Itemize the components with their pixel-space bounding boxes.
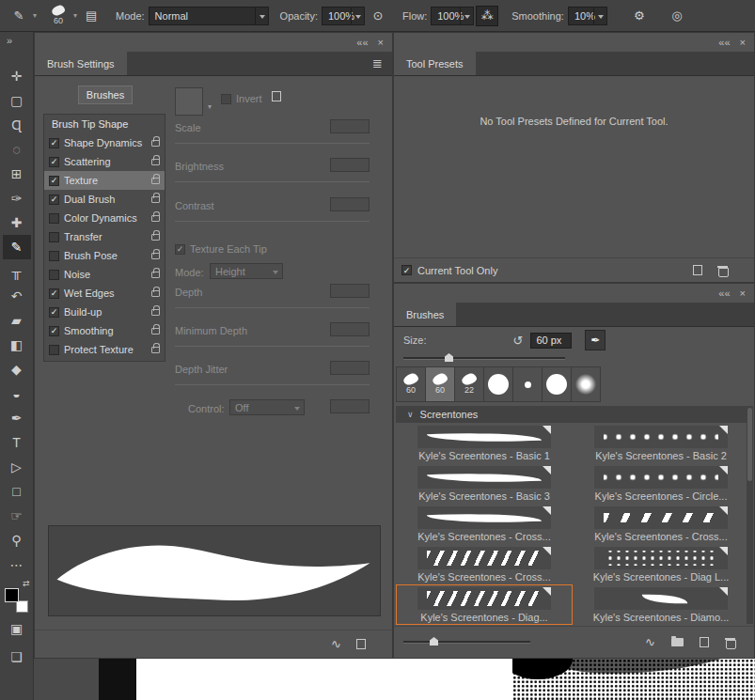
clone-stamp-tool[interactable]: ╥ [3, 259, 31, 284]
toggle-brush-settings-button[interactable]: ▤ [80, 6, 102, 26]
smoothing-options-button[interactable]: ⚙ [628, 6, 651, 26]
brush-preset[interactable]: Kyle's Screentones - Cross... [573, 504, 749, 544]
canvas-area[interactable] [34, 659, 755, 700]
tab-brush-settings[interactable]: Brush Settings [35, 52, 127, 75]
pressure-size-button[interactable]: ◎ [666, 6, 688, 26]
pen-tool[interactable]: ✒ [3, 406, 31, 430]
trash-icon[interactable] [725, 637, 735, 648]
depth-slider[interactable] [175, 307, 370, 308]
lasso-tool[interactable]: Ɋ [3, 113, 31, 137]
brush-group-screentones[interactable]: ∨ Screentones [396, 406, 749, 423]
tab-brushes[interactable]: Brushes [394, 303, 456, 326]
history-brush-tool[interactable]: ↶ [3, 284, 31, 308]
depth-jitter-slider[interactable] [175, 384, 370, 385]
eraser-tool[interactable]: ▰ [3, 308, 31, 333]
collapse-panel-icon[interactable]: «« [718, 288, 730, 299]
brightness-input[interactable] [330, 158, 370, 172]
texture-swatch[interactable] [175, 87, 203, 116]
lock-icon[interactable] [151, 347, 160, 353]
lock-icon[interactable] [151, 178, 160, 184]
brush-preset[interactable]: Kyle's Screentones - Circle... [573, 463, 749, 504]
rectangle-tool[interactable]: □ [3, 479, 31, 504]
brush-setting-smoothing[interactable]: Smoothing [44, 321, 165, 340]
scattering-checkbox[interactable] [49, 157, 59, 167]
texture-mode-dropdown[interactable]: Height [210, 263, 283, 279]
texture-each-tip-option[interactable]: Texture Each Tip [175, 243, 267, 255]
brush-tip-thumbnail[interactable]: 60 [396, 366, 426, 402]
brush-preset[interactable]: Kyle's Screentones - Diag... [396, 584, 573, 625]
brush-tip-thumbnail[interactable] [542, 366, 572, 402]
contrast-slider[interactable] [175, 221, 370, 222]
lock-icon[interactable] [151, 272, 160, 278]
shape-dynamics-checkbox[interactable] [49, 138, 59, 148]
scrollbar-thumb[interactable] [747, 408, 752, 481]
collapse-panel-icon[interactable]: «« [356, 37, 368, 48]
brush-tip-thumbnail[interactable]: 60 [425, 366, 455, 402]
brush-pose-checkbox[interactable] [49, 251, 59, 261]
healing-brush-tool[interactable]: ✚ [3, 210, 31, 235]
size-input[interactable]: 60 px [530, 333, 572, 349]
tab-tool-presets[interactable]: Tool Presets [394, 52, 476, 75]
lock-icon[interactable] [151, 253, 160, 259]
brush-preset[interactable]: Kyle's Screentones - Diamo... [573, 584, 749, 625]
lock-icon[interactable] [151, 234, 160, 241]
brush-setting-color-dynamics[interactable]: Color Dynamics [44, 209, 165, 227]
new-preset-icon[interactable] [693, 265, 702, 275]
preview-size-slider[interactable] [403, 641, 530, 644]
brush-preset[interactable]: Kyle's Screentones - Diag L... [573, 544, 749, 584]
smoothing-dropdown[interactable]: 10% [568, 7, 607, 25]
transfer-checkbox[interactable] [49, 232, 59, 242]
path-selection-tool[interactable]: ▷ [3, 455, 31, 479]
protect-texture-checkbox[interactable] [49, 345, 59, 355]
quick-selection-tool[interactable]: ◌ [3, 137, 31, 162]
move-tool[interactable]: ✛ [3, 64, 31, 88]
collapse-panel-icon[interactable]: «« [718, 37, 730, 48]
live-stroke-preview-icon[interactable]: ∿ [645, 635, 655, 649]
scale-input[interactable] [330, 119, 370, 133]
build-up-checkbox[interactable] [49, 307, 59, 318]
color-swatches[interactable]: ⇄ [4, 583, 30, 613]
control-dropdown[interactable]: Off [229, 399, 305, 415]
contrast-input[interactable] [330, 197, 370, 211]
brush-setting-brush-pose[interactable]: Brush Pose [44, 246, 165, 265]
brush-preset[interactable]: Kyle's Screentones - Basic 1 [396, 423, 573, 463]
close-panel-icon[interactable]: × [740, 288, 746, 299]
lock-icon[interactable] [151, 159, 160, 165]
brush-tip-thumbnail[interactable] [483, 366, 513, 402]
brush-tip-thumbnail[interactable]: 22 [454, 366, 484, 402]
wet-edges-checkbox[interactable] [49, 288, 59, 299]
smoothing-checkbox[interactable] [49, 326, 59, 336]
brush-setting-protect-texture[interactable]: Protect Texture [44, 340, 165, 359]
close-panel-icon[interactable]: × [740, 37, 746, 48]
new-brush-icon[interactable] [700, 637, 709, 647]
brush-setting-transfer[interactable]: Transfer [44, 227, 165, 246]
airbrush-button[interactable]: ⁂ [476, 6, 498, 26]
new-group-icon[interactable] [671, 638, 684, 646]
expand-toolbar-button[interactable]: » [0, 32, 33, 51]
live-stroke-preview-icon[interactable]: ∿ [331, 637, 341, 651]
minimum-depth-slider[interactable] [175, 346, 370, 347]
lock-icon[interactable] [151, 196, 160, 203]
brush-setting-wet-edges[interactable]: Wet Edges [44, 284, 165, 303]
opacity-dropdown[interactable]: 100% [322, 7, 365, 25]
depth-jitter-input[interactable] [330, 361, 370, 375]
swap-colors-icon[interactable]: ⇄ [23, 579, 30, 588]
preview-size-slider-thumb[interactable] [430, 637, 438, 646]
gradient-tool[interactable]: ◧ [3, 333, 31, 357]
invert-checkbox[interactable] [221, 94, 231, 104]
quick-mask-button[interactable]: ▣ [3, 616, 31, 641]
scale-slider[interactable] [175, 143, 370, 144]
brush-tip-shape-item[interactable]: Brush Tip Shape [44, 115, 165, 133]
dodge-tool[interactable]: ◒ [3, 381, 31, 406]
brush-tool[interactable]: ✎ [3, 235, 31, 259]
brightness-slider[interactable] [175, 181, 370, 182]
current-tool-only-checkbox[interactable] [401, 265, 412, 275]
dual-brush-checkbox[interactable] [49, 194, 59, 205]
tool-preset-picker[interactable]: ✎ [8, 6, 30, 26]
trash-icon[interactable] [717, 265, 728, 276]
marquee-tool[interactable]: ▢ [3, 88, 31, 113]
brush-preset[interactable]: Kyle's Screentones - Cross... [396, 504, 573, 544]
brush-preset[interactable]: Kyle's Screentones - Cross... [396, 544, 573, 584]
lock-icon[interactable] [151, 309, 160, 316]
zoom-tool[interactable]: ⚲ [3, 528, 31, 552]
